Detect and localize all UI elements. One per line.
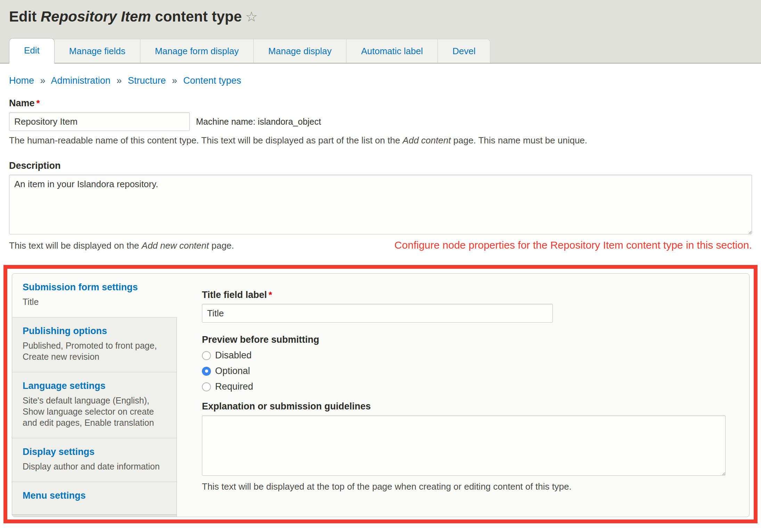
breadcrumb-content-types[interactable]: Content types bbox=[183, 75, 241, 86]
radio-option-disabled[interactable]: Disabled bbox=[202, 350, 726, 361]
required-asterisk: * bbox=[36, 98, 40, 108]
radio-icon[interactable] bbox=[202, 351, 211, 360]
description-textarea[interactable] bbox=[9, 175, 752, 234]
breadcrumb-home[interactable]: Home bbox=[9, 75, 34, 86]
page-header: Edit Repository Item content type☆ Edit … bbox=[0, 0, 761, 64]
vtab-summary: Published, Promoted to front page, Creat… bbox=[23, 340, 167, 362]
name-section: Name* Machine name: islandora_object The… bbox=[9, 98, 752, 146]
page-title: Edit Repository Item content type☆ bbox=[9, 8, 761, 25]
breadcrumb-separator: » bbox=[172, 75, 177, 86]
vtab-language-settings[interactable]: Language settings Site's default languag… bbox=[12, 372, 177, 438]
vtab-display-settings[interactable]: Display settings Display author and date… bbox=[12, 438, 177, 482]
radio-option-required[interactable]: Required bbox=[202, 381, 726, 392]
breadcrumb: Home » Administration » Structure » Cont… bbox=[9, 75, 752, 86]
submission-form-settings-pane: Title field label* Preview before submit… bbox=[177, 274, 749, 517]
explanation-help-text: This text will be displayed at the top o… bbox=[202, 481, 726, 492]
title-field-label: Title field label* bbox=[202, 290, 726, 300]
vtab-title: Display settings bbox=[23, 447, 167, 457]
vtab-publishing-options[interactable]: Publishing options Published, Promoted t… bbox=[12, 317, 177, 372]
tab-manage-fields[interactable]: Manage fields bbox=[55, 39, 140, 63]
annotation-text: Configure node properties for the Reposi… bbox=[394, 239, 752, 251]
vtab-title: Menu settings bbox=[23, 490, 167, 501]
vtab-submission-form-settings[interactable]: Submission form settings Title bbox=[12, 274, 177, 317]
vertical-tabs-footer bbox=[12, 515, 177, 517]
breadcrumb-separator: » bbox=[40, 75, 46, 86]
explanation-label: Explanation or submission guidelines bbox=[202, 401, 726, 412]
vtab-summary: Display author and date information bbox=[23, 461, 167, 472]
explanation-textarea[interactable] bbox=[202, 415, 726, 476]
vtab-summary: Title bbox=[23, 296, 168, 307]
radio-option-optional[interactable]: Optional bbox=[202, 366, 726, 376]
description-section: Description This text will be displayed … bbox=[9, 160, 752, 251]
breadcrumb-structure[interactable]: Structure bbox=[128, 75, 166, 86]
vtab-summary: Site's default language (English), Show … bbox=[23, 395, 167, 428]
name-help-text: The human-readable name of this content … bbox=[9, 135, 752, 146]
tab-manage-form-display[interactable]: Manage form display bbox=[140, 39, 254, 63]
breadcrumb-separator: » bbox=[116, 75, 122, 86]
star-icon[interactable]: ☆ bbox=[245, 9, 258, 24]
description-label: Description bbox=[9, 160, 752, 171]
vertical-tabs: Submission form settings Title Publishin… bbox=[12, 274, 177, 517]
description-help-text: This text will be displayed on the Add n… bbox=[9, 240, 234, 251]
name-input[interactable] bbox=[9, 112, 190, 131]
annotation-highlight-box: Submission form settings Title Publishin… bbox=[3, 265, 758, 523]
vtab-title: Publishing options bbox=[23, 326, 167, 336]
preview-radio-group: Preview before submitting Disabled Optio… bbox=[202, 334, 726, 392]
content-type-name: Repository Item bbox=[41, 8, 151, 25]
radio-icon[interactable] bbox=[202, 382, 211, 391]
vtab-menu-settings[interactable]: Menu settings bbox=[12, 482, 177, 515]
vtab-title: Language settings bbox=[23, 381, 167, 391]
title-field-input[interactable] bbox=[202, 304, 553, 323]
preview-group-label: Preview before submitting bbox=[202, 334, 726, 345]
vtab-title: Submission form settings bbox=[23, 282, 168, 293]
tab-manage-display[interactable]: Manage display bbox=[254, 39, 346, 63]
tab-edit[interactable]: Edit bbox=[9, 38, 55, 64]
machine-name-label: Machine name: islandora_object bbox=[196, 117, 321, 127]
main-content: Home » Administration » Structure » Cont… bbox=[0, 75, 761, 532]
node-settings-panel: Submission form settings Title Publishin… bbox=[12, 273, 750, 517]
name-label: Name* bbox=[9, 98, 752, 109]
required-asterisk: * bbox=[269, 290, 272, 300]
tab-automatic-label[interactable]: Automatic label bbox=[346, 39, 438, 63]
breadcrumb-administration[interactable]: Administration bbox=[51, 75, 111, 86]
radio-icon[interactable] bbox=[202, 367, 211, 376]
primary-tabs: Edit Manage fields Manage form display M… bbox=[0, 38, 761, 64]
tab-devel[interactable]: Devel bbox=[438, 39, 490, 63]
